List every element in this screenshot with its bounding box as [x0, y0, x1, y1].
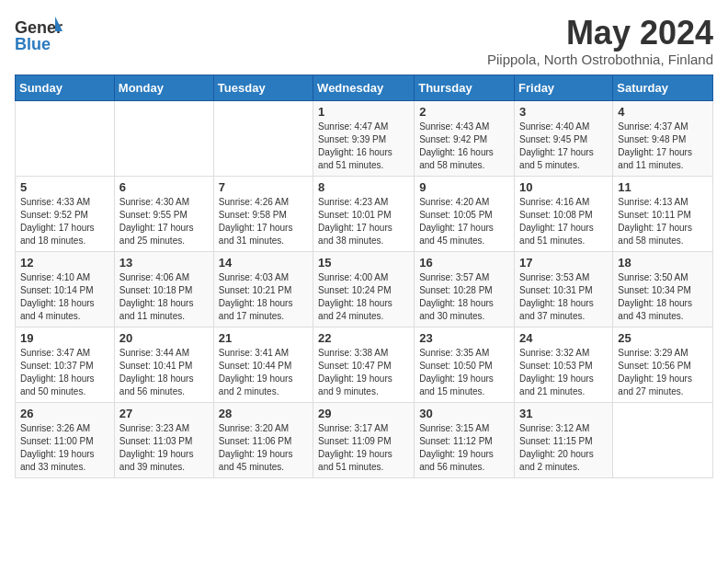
day-info: Sunrise: 3:35 AM Sunset: 10:50 PM Daylig… — [419, 347, 509, 398]
calendar-cell — [213, 100, 313, 176]
day-number: 22 — [318, 331, 409, 345]
day-number: 25 — [618, 331, 708, 345]
location-subtitle: Piippola, North Ostrobothnia, Finland — [487, 52, 713, 67]
day-number: 5 — [20, 180, 109, 194]
day-number: 26 — [20, 407, 109, 420]
calendar-cell: 28Sunrise: 3:20 AM Sunset: 11:06 PM Dayl… — [213, 402, 313, 477]
calendar-cell: 8Sunrise: 4:23 AM Sunset: 10:01 PM Dayli… — [313, 176, 415, 251]
day-number: 28 — [219, 407, 308, 420]
day-info: Sunrise: 4:47 AM Sunset: 9:39 PM Dayligh… — [318, 121, 409, 172]
weekday-saturday: Saturday — [613, 75, 713, 100]
calendar-cell: 11Sunrise: 4:13 AM Sunset: 10:11 PM Dayl… — [613, 176, 713, 251]
day-info: Sunrise: 4:43 AM Sunset: 9:42 PM Dayligh… — [419, 121, 509, 172]
day-info: Sunrise: 3:20 AM Sunset: 11:06 PM Daylig… — [219, 422, 308, 474]
day-number: 30 — [419, 407, 509, 420]
day-info: Sunrise: 3:15 AM Sunset: 11:12 PM Daylig… — [419, 422, 509, 474]
day-number: 19 — [20, 331, 109, 345]
day-number: 11 — [618, 180, 708, 194]
day-number: 23 — [419, 331, 509, 345]
calendar-cell: 14Sunrise: 4:03 AM Sunset: 10:21 PM Dayl… — [213, 251, 313, 327]
calendar-cell: 5Sunrise: 4:33 AM Sunset: 9:52 PM Daylig… — [16, 176, 115, 251]
weekday-wednesday: Wednesday — [313, 75, 415, 100]
calendar-cell — [16, 100, 115, 176]
day-info: Sunrise: 4:16 AM Sunset: 10:08 PM Daylig… — [519, 196, 608, 247]
day-info: Sunrise: 3:47 AM Sunset: 10:37 PM Daylig… — [20, 347, 109, 398]
day-number: 2 — [419, 105, 509, 119]
weekday-sunday: Sunday — [16, 75, 115, 100]
weekday-header-row: SundayMondayTuesdayWednesdayThursdayFrid… — [16, 75, 713, 100]
day-number: 20 — [119, 331, 209, 345]
svg-text:Blue: Blue — [15, 35, 51, 53]
weekday-friday: Friday — [515, 75, 613, 100]
calendar-cell: 18Sunrise: 3:50 AM Sunset: 10:34 PM Dayl… — [613, 251, 713, 327]
day-info: Sunrise: 3:53 AM Sunset: 10:31 PM Daylig… — [519, 271, 608, 323]
day-info: Sunrise: 4:40 AM Sunset: 9:45 PM Dayligh… — [519, 121, 608, 172]
day-number: 14 — [219, 256, 308, 270]
calendar-cell: 25Sunrise: 3:29 AM Sunset: 10:56 PM Dayl… — [613, 327, 713, 402]
day-info: Sunrise: 3:12 AM Sunset: 11:15 PM Daylig… — [519, 422, 608, 474]
weekday-monday: Monday — [114, 75, 213, 100]
calendar-week-3: 12Sunrise: 4:10 AM Sunset: 10:14 PM Dayl… — [16, 251, 713, 327]
calendar-cell: 2Sunrise: 4:43 AM Sunset: 9:42 PM Daylig… — [415, 100, 515, 176]
day-number: 18 — [618, 256, 708, 270]
calendar-cell: 3Sunrise: 4:40 AM Sunset: 9:45 PM Daylig… — [515, 100, 613, 176]
day-info: Sunrise: 3:41 AM Sunset: 10:44 PM Daylig… — [219, 347, 308, 398]
calendar-week-5: 26Sunrise: 3:26 AM Sunset: 11:00 PM Dayl… — [16, 402, 713, 477]
calendar-cell: 31Sunrise: 3:12 AM Sunset: 11:15 PM Dayl… — [515, 402, 613, 477]
day-info: Sunrise: 4:20 AM Sunset: 10:05 PM Daylig… — [419, 196, 509, 247]
calendar-cell: 27Sunrise: 3:23 AM Sunset: 11:03 PM Dayl… — [114, 402, 213, 477]
day-number: 24 — [519, 331, 608, 345]
day-info: Sunrise: 4:26 AM Sunset: 9:58 PM Dayligh… — [219, 196, 308, 247]
calendar-cell: 4Sunrise: 4:37 AM Sunset: 9:48 PM Daylig… — [613, 100, 713, 176]
day-number: 1 — [318, 105, 409, 119]
calendar-cell: 13Sunrise: 4:06 AM Sunset: 10:18 PM Dayl… — [114, 251, 213, 327]
logo: General Blue — [15, 15, 63, 55]
day-info: Sunrise: 4:06 AM Sunset: 10:18 PM Daylig… — [119, 271, 209, 323]
day-info: Sunrise: 3:17 AM Sunset: 11:09 PM Daylig… — [318, 422, 409, 474]
calendar-body: 1Sunrise: 4:47 AM Sunset: 9:39 PM Daylig… — [16, 100, 713, 477]
calendar-week-1: 1Sunrise: 4:47 AM Sunset: 9:39 PM Daylig… — [16, 100, 713, 176]
calendar-cell: 10Sunrise: 4:16 AM Sunset: 10:08 PM Dayl… — [515, 176, 613, 251]
day-info: Sunrise: 4:30 AM Sunset: 9:55 PM Dayligh… — [119, 196, 209, 247]
day-info: Sunrise: 3:57 AM Sunset: 10:28 PM Daylig… — [419, 271, 509, 323]
calendar-cell: 20Sunrise: 3:44 AM Sunset: 10:41 PM Dayl… — [114, 327, 213, 402]
weekday-thursday: Thursday — [415, 75, 515, 100]
day-number: 9 — [419, 180, 509, 194]
day-info: Sunrise: 4:37 AM Sunset: 9:48 PM Dayligh… — [618, 121, 708, 172]
day-info: Sunrise: 4:03 AM Sunset: 10:21 PM Daylig… — [219, 271, 308, 323]
day-number: 3 — [519, 105, 608, 119]
day-number: 29 — [318, 407, 409, 420]
day-number: 4 — [618, 105, 708, 119]
calendar-week-4: 19Sunrise: 3:47 AM Sunset: 10:37 PM Dayl… — [16, 327, 713, 402]
day-info: Sunrise: 3:50 AM Sunset: 10:34 PM Daylig… — [618, 271, 708, 323]
day-info: Sunrise: 3:44 AM Sunset: 10:41 PM Daylig… — [119, 347, 209, 398]
day-info: Sunrise: 4:00 AM Sunset: 10:24 PM Daylig… — [318, 271, 409, 323]
calendar-cell: 12Sunrise: 4:10 AM Sunset: 10:14 PM Dayl… — [16, 251, 115, 327]
day-number: 15 — [318, 256, 409, 270]
day-info: Sunrise: 3:32 AM Sunset: 10:53 PM Daylig… — [519, 347, 608, 398]
day-info: Sunrise: 3:29 AM Sunset: 10:56 PM Daylig… — [618, 347, 708, 398]
day-info: Sunrise: 3:26 AM Sunset: 11:00 PM Daylig… — [20, 422, 109, 474]
page-header: General Blue May 2024 Piippola, North Os… — [15, 15, 713, 67]
calendar-cell — [613, 402, 713, 477]
day-number: 21 — [219, 331, 308, 345]
weekday-tuesday: Tuesday — [213, 75, 313, 100]
calendar-cell: 6Sunrise: 4:30 AM Sunset: 9:55 PM Daylig… — [114, 176, 213, 251]
calendar-cell: 21Sunrise: 3:41 AM Sunset: 10:44 PM Dayl… — [213, 327, 313, 402]
day-number: 17 — [519, 256, 608, 270]
calendar-cell: 9Sunrise: 4:20 AM Sunset: 10:05 PM Dayli… — [415, 176, 515, 251]
day-number: 12 — [20, 256, 109, 270]
calendar-cell — [114, 100, 213, 176]
calendar-cell: 24Sunrise: 3:32 AM Sunset: 10:53 PM Dayl… — [515, 327, 613, 402]
calendar-cell: 15Sunrise: 4:00 AM Sunset: 10:24 PM Dayl… — [313, 251, 415, 327]
calendar-cell: 16Sunrise: 3:57 AM Sunset: 10:28 PM Dayl… — [415, 251, 515, 327]
calendar-cell: 30Sunrise: 3:15 AM Sunset: 11:12 PM Dayl… — [415, 402, 515, 477]
calendar-cell: 17Sunrise: 3:53 AM Sunset: 10:31 PM Dayl… — [515, 251, 613, 327]
calendar-cell: 1Sunrise: 4:47 AM Sunset: 9:39 PM Daylig… — [313, 100, 415, 176]
day-info: Sunrise: 4:33 AM Sunset: 9:52 PM Dayligh… — [20, 196, 109, 247]
day-info: Sunrise: 4:13 AM Sunset: 10:11 PM Daylig… — [618, 196, 708, 247]
day-number: 31 — [519, 407, 608, 420]
day-number: 6 — [119, 180, 209, 194]
calendar-cell: 22Sunrise: 3:38 AM Sunset: 10:47 PM Dayl… — [313, 327, 415, 402]
day-info: Sunrise: 3:38 AM Sunset: 10:47 PM Daylig… — [318, 347, 409, 398]
